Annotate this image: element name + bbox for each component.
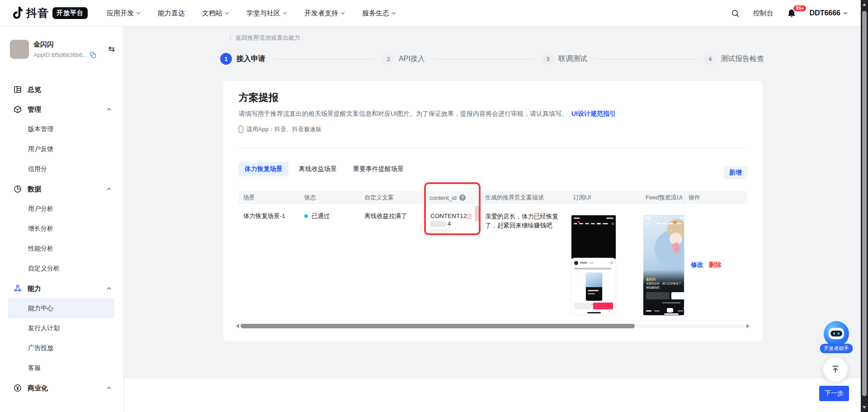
scene-table: 场景 状态 自定义文案 content_id ? 生成的推荐页文案描述 订阅UI… bbox=[239, 191, 747, 321]
page-title: 方案提报 bbox=[239, 91, 278, 104]
sidebar-group-monetization[interactable]: 商业化 bbox=[0, 378, 123, 398]
step-connector bbox=[595, 59, 696, 59]
step-connector bbox=[433, 59, 534, 59]
cell-description: 亲爱的店长，体力已经恢复了，赶紧回来继续赚钱吧 bbox=[485, 212, 563, 230]
tab-stamina-recovery[interactable]: 体力恢复场景 bbox=[239, 162, 288, 176]
sidebar-menu: 总览 管理 版本管理 用户反馈 信用分 数据 用户分析 增长分析 性能分析 自定… bbox=[0, 80, 123, 398]
cell-actions: 修改 删除 bbox=[691, 261, 722, 269]
phone-prop bbox=[672, 242, 681, 254]
status-badge: 已通过 bbox=[311, 213, 330, 219]
account-menu[interactable]: DDT6666 bbox=[810, 9, 848, 17]
sidebar-group-management[interactable]: 管理 bbox=[0, 99, 123, 119]
chevron-down-icon bbox=[225, 12, 229, 14]
topnav: 应用开发 能力直达 文档站 学堂与社区 开发者支持 服务生态 bbox=[107, 9, 396, 18]
nav-academy[interactable]: 学堂与社区 bbox=[246, 9, 287, 18]
scroll-right-arrow[interactable] bbox=[746, 324, 750, 328]
pie-chart-icon bbox=[14, 185, 22, 193]
pinned-column-separator bbox=[684, 191, 684, 321]
edit-link[interactable]: 修改 bbox=[691, 261, 703, 268]
search-icon[interactable] bbox=[731, 9, 740, 18]
phone-icon bbox=[239, 126, 243, 133]
delete-link[interactable]: 删除 bbox=[709, 261, 722, 268]
step-number: 1 bbox=[220, 53, 232, 65]
add-button[interactable]: 新增 bbox=[724, 166, 747, 179]
share-button-mini bbox=[593, 303, 613, 309]
horizontal-scrollbar bbox=[236, 323, 750, 329]
step-1: 1 接入申请 bbox=[220, 53, 265, 65]
switch-app-icon[interactable]: ⇆ bbox=[108, 40, 115, 59]
brand-badge: 开放平台 bbox=[52, 7, 88, 19]
tab-important-events[interactable]: 重要事件提醒场景 bbox=[347, 162, 410, 176]
feed-caption-overlay: 金闪闪 亲爱的店长，体力已经恢复了，赶紧回来继续赚钱吧 bbox=[643, 270, 684, 315]
col-header-actions: 操作 bbox=[684, 191, 747, 204]
notification-badge: 99+ bbox=[793, 5, 807, 12]
ui-guideline-link[interactable]: UI设计规范指引 bbox=[571, 110, 616, 117]
developer-assistant-widget[interactable]: 开发者助手 bbox=[823, 321, 850, 346]
scrollbar-thumb[interactable] bbox=[241, 324, 635, 328]
scroll-up-arrow[interactable] bbox=[863, 3, 866, 6]
arrow-to-top-icon bbox=[830, 365, 840, 374]
topbar: 抖音 开放平台 应用开发 能力直达 文档站 学堂与社区 开发者支持 服务生态 控… bbox=[0, 0, 868, 27]
sidebar-item-ad-delivery[interactable]: 广告投放 bbox=[0, 338, 123, 358]
sidebar-item-publisher-plan[interactable]: 发行人计划 bbox=[0, 318, 123, 338]
sidebar-item-capability-center[interactable]: 能力中心 bbox=[8, 298, 114, 318]
nav-capability[interactable]: 能力直达 bbox=[158, 9, 185, 18]
chevron-down-icon bbox=[843, 12, 848, 14]
divider bbox=[239, 148, 747, 148]
notifications-button[interactable]: 99+ bbox=[787, 9, 796, 18]
scroll-down-arrow[interactable] bbox=[863, 406, 866, 409]
back-chevron-icon: 〈 bbox=[226, 34, 232, 42]
step-label: API接入 bbox=[399, 54, 425, 64]
back-link[interactable]: 〈 返回推荐流游戏直出能力 bbox=[226, 34, 300, 42]
sidebar-item-growth-analysis[interactable]: 增长分析 bbox=[0, 219, 123, 239]
sidebar-group-data[interactable]: 数据 bbox=[0, 179, 123, 199]
step-label: 联调测试 bbox=[558, 54, 587, 64]
app-id: AppID:ttf5d6836b6... bbox=[33, 52, 87, 58]
cell-status: 已通过 bbox=[304, 212, 330, 220]
step-number: 2 bbox=[382, 53, 394, 65]
cube-icon bbox=[14, 105, 22, 114]
tab-offline-earnings[interactable]: 离线收益场景 bbox=[293, 162, 343, 176]
step-connector bbox=[274, 59, 374, 59]
next-step-button[interactable]: 下一步 bbox=[819, 386, 849, 401]
scrollbar-thumb[interactable] bbox=[862, 11, 867, 396]
sidebar-item-credit-score[interactable]: 信用分 bbox=[0, 159, 123, 179]
subscribe-ui-thumbnail[interactable] bbox=[571, 215, 616, 315]
sidebar-item-customer-service[interactable]: 客服 bbox=[0, 358, 123, 378]
cell-custom-text: 离线收益拉满了 bbox=[364, 212, 407, 220]
not-interested-button-mini bbox=[646, 292, 670, 299]
app-meta: 金闪闪 AppID:ttf5d6836b6... bbox=[33, 40, 96, 59]
sidebar-item-user-feedback[interactable]: 用户反馈 bbox=[0, 139, 123, 159]
feed-caption: 亲爱的店长，体力已经恢复了，赶紧回来继续赚钱吧 bbox=[646, 282, 684, 290]
feed-ui-thumbnail[interactable]: 金闪闪 亲爱的店长，体力已经恢复了，赶紧回来继续赚钱吧 bbox=[643, 215, 684, 315]
chevron-up-icon bbox=[107, 287, 111, 290]
nav-docs[interactable]: 文档站 bbox=[202, 9, 229, 18]
chevron-down-icon bbox=[340, 12, 345, 14]
copy-icon[interactable] bbox=[90, 52, 96, 58]
sidebar-item-custom-analysis[interactable]: 自定义分析 bbox=[0, 259, 123, 279]
back-to-top-button[interactable] bbox=[823, 357, 848, 382]
nav-ecosystem[interactable]: 服务生态 bbox=[362, 9, 396, 18]
share-sheet bbox=[571, 258, 616, 315]
topbar-right: 控制台 99+ DDT6666 bbox=[731, 9, 848, 18]
douyin-logo[interactable]: 抖音 开放平台 bbox=[11, 6, 88, 20]
console-link[interactable]: 控制台 bbox=[753, 9, 774, 18]
app-name: 金闪闪 bbox=[33, 40, 96, 49]
video-area bbox=[571, 215, 616, 259]
video-preview bbox=[585, 272, 603, 301]
sidebar-group-capability[interactable]: 能力 bbox=[0, 279, 123, 298]
sidebar-item-version-management[interactable]: 版本管理 bbox=[0, 119, 123, 139]
stepper: 1 接入申请 2 API接入 3 联调测试 4 测试报告检查 bbox=[220, 52, 764, 65]
scroll-left-arrow[interactable] bbox=[236, 324, 239, 328]
nav-support[interactable]: 开发者支持 bbox=[304, 9, 345, 18]
feed-preview: 金闪闪 亲爱的店长，体力已经恢复了，赶紧回来继续赚钱吧 bbox=[643, 215, 684, 315]
chevron-up-icon bbox=[107, 387, 111, 389]
cancel-button-mini bbox=[574, 303, 591, 309]
sidebar-item-overview[interactable]: 总览 bbox=[0, 80, 123, 99]
col-header-feed-ui: Feed预览流UI bbox=[641, 191, 684, 204]
nav-app-dev[interactable]: 应用开发 bbox=[107, 9, 141, 18]
sidebar-item-user-analysis[interactable]: 用户分析 bbox=[0, 199, 123, 219]
robot-icon bbox=[824, 321, 849, 346]
col-header-description: 生成的推荐页文案描述 bbox=[481, 191, 569, 204]
sidebar-item-performance-analysis[interactable]: 性能分析 bbox=[0, 239, 123, 259]
